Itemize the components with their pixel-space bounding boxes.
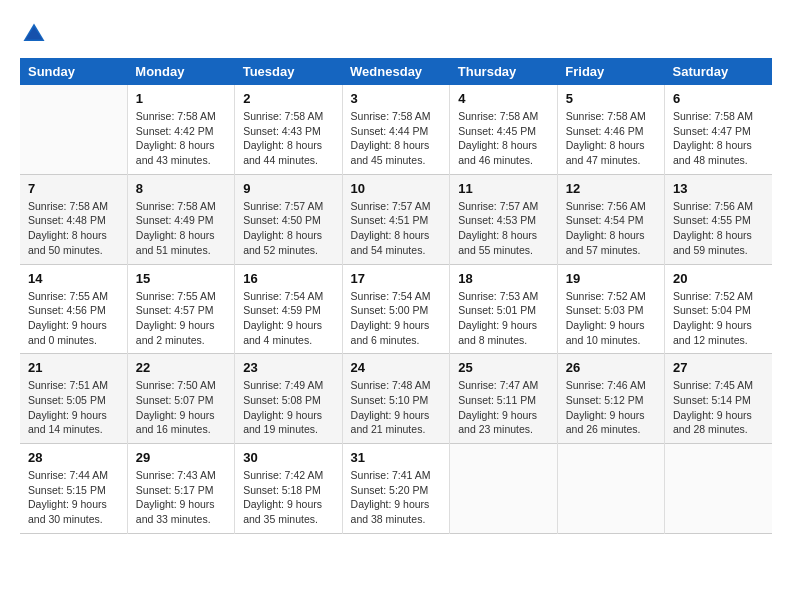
day-cell: 15Sunrise: 7:55 AM Sunset: 4:57 PM Dayli… bbox=[127, 264, 234, 354]
day-cell: 29Sunrise: 7:43 AM Sunset: 5:17 PM Dayli… bbox=[127, 444, 234, 534]
day-number: 2 bbox=[243, 91, 333, 106]
day-cell: 9Sunrise: 7:57 AM Sunset: 4:50 PM Daylig… bbox=[235, 174, 342, 264]
weekday-header-tuesday: Tuesday bbox=[235, 58, 342, 85]
day-info: Sunrise: 7:49 AM Sunset: 5:08 PM Dayligh… bbox=[243, 378, 333, 437]
weekday-header-thursday: Thursday bbox=[450, 58, 558, 85]
weekday-header-sunday: Sunday bbox=[20, 58, 127, 85]
day-cell: 11Sunrise: 7:57 AM Sunset: 4:53 PM Dayli… bbox=[450, 174, 558, 264]
day-info: Sunrise: 7:57 AM Sunset: 4:51 PM Dayligh… bbox=[351, 199, 442, 258]
day-number: 27 bbox=[673, 360, 764, 375]
day-cell: 4Sunrise: 7:58 AM Sunset: 4:45 PM Daylig… bbox=[450, 85, 558, 174]
day-number: 18 bbox=[458, 271, 549, 286]
day-info: Sunrise: 7:58 AM Sunset: 4:47 PM Dayligh… bbox=[673, 109, 764, 168]
day-number: 9 bbox=[243, 181, 333, 196]
day-number: 1 bbox=[136, 91, 226, 106]
day-info: Sunrise: 7:56 AM Sunset: 4:55 PM Dayligh… bbox=[673, 199, 764, 258]
day-info: Sunrise: 7:58 AM Sunset: 4:46 PM Dayligh… bbox=[566, 109, 656, 168]
day-cell bbox=[20, 85, 127, 174]
day-cell: 18Sunrise: 7:53 AM Sunset: 5:01 PM Dayli… bbox=[450, 264, 558, 354]
day-number: 30 bbox=[243, 450, 333, 465]
day-cell: 1Sunrise: 7:58 AM Sunset: 4:42 PM Daylig… bbox=[127, 85, 234, 174]
day-info: Sunrise: 7:54 AM Sunset: 4:59 PM Dayligh… bbox=[243, 289, 333, 348]
day-number: 17 bbox=[351, 271, 442, 286]
day-cell: 24Sunrise: 7:48 AM Sunset: 5:10 PM Dayli… bbox=[342, 354, 450, 444]
day-info: Sunrise: 7:58 AM Sunset: 4:42 PM Dayligh… bbox=[136, 109, 226, 168]
weekday-header-row: SundayMondayTuesdayWednesdayThursdayFrid… bbox=[20, 58, 772, 85]
day-number: 8 bbox=[136, 181, 226, 196]
day-info: Sunrise: 7:55 AM Sunset: 4:56 PM Dayligh… bbox=[28, 289, 119, 348]
logo bbox=[20, 20, 50, 48]
day-cell: 25Sunrise: 7:47 AM Sunset: 5:11 PM Dayli… bbox=[450, 354, 558, 444]
day-cell: 31Sunrise: 7:41 AM Sunset: 5:20 PM Dayli… bbox=[342, 444, 450, 534]
day-info: Sunrise: 7:43 AM Sunset: 5:17 PM Dayligh… bbox=[136, 468, 226, 527]
week-row-2: 7Sunrise: 7:58 AM Sunset: 4:48 PM Daylig… bbox=[20, 174, 772, 264]
day-cell: 22Sunrise: 7:50 AM Sunset: 5:07 PM Dayli… bbox=[127, 354, 234, 444]
day-number: 4 bbox=[458, 91, 549, 106]
day-info: Sunrise: 7:58 AM Sunset: 4:48 PM Dayligh… bbox=[28, 199, 119, 258]
day-number: 14 bbox=[28, 271, 119, 286]
day-number: 13 bbox=[673, 181, 764, 196]
day-number: 12 bbox=[566, 181, 656, 196]
day-number: 7 bbox=[28, 181, 119, 196]
day-info: Sunrise: 7:51 AM Sunset: 5:05 PM Dayligh… bbox=[28, 378, 119, 437]
day-number: 26 bbox=[566, 360, 656, 375]
day-info: Sunrise: 7:57 AM Sunset: 4:53 PM Dayligh… bbox=[458, 199, 549, 258]
logo-icon bbox=[20, 20, 48, 48]
day-info: Sunrise: 7:41 AM Sunset: 5:20 PM Dayligh… bbox=[351, 468, 442, 527]
week-row-5: 28Sunrise: 7:44 AM Sunset: 5:15 PM Dayli… bbox=[20, 444, 772, 534]
day-cell: 12Sunrise: 7:56 AM Sunset: 4:54 PM Dayli… bbox=[557, 174, 664, 264]
day-number: 21 bbox=[28, 360, 119, 375]
day-number: 22 bbox=[136, 360, 226, 375]
day-number: 16 bbox=[243, 271, 333, 286]
day-info: Sunrise: 7:52 AM Sunset: 5:03 PM Dayligh… bbox=[566, 289, 656, 348]
day-number: 29 bbox=[136, 450, 226, 465]
weekday-header-saturday: Saturday bbox=[665, 58, 772, 85]
day-number: 10 bbox=[351, 181, 442, 196]
weekday-header-monday: Monday bbox=[127, 58, 234, 85]
day-cell: 30Sunrise: 7:42 AM Sunset: 5:18 PM Dayli… bbox=[235, 444, 342, 534]
day-cell: 27Sunrise: 7:45 AM Sunset: 5:14 PM Dayli… bbox=[665, 354, 772, 444]
week-row-1: 1Sunrise: 7:58 AM Sunset: 4:42 PM Daylig… bbox=[20, 85, 772, 174]
day-number: 23 bbox=[243, 360, 333, 375]
day-cell: 10Sunrise: 7:57 AM Sunset: 4:51 PM Dayli… bbox=[342, 174, 450, 264]
day-cell: 16Sunrise: 7:54 AM Sunset: 4:59 PM Dayli… bbox=[235, 264, 342, 354]
day-cell: 3Sunrise: 7:58 AM Sunset: 4:44 PM Daylig… bbox=[342, 85, 450, 174]
day-info: Sunrise: 7:55 AM Sunset: 4:57 PM Dayligh… bbox=[136, 289, 226, 348]
day-number: 3 bbox=[351, 91, 442, 106]
day-cell: 8Sunrise: 7:58 AM Sunset: 4:49 PM Daylig… bbox=[127, 174, 234, 264]
day-cell: 28Sunrise: 7:44 AM Sunset: 5:15 PM Dayli… bbox=[20, 444, 127, 534]
day-cell: 26Sunrise: 7:46 AM Sunset: 5:12 PM Dayli… bbox=[557, 354, 664, 444]
day-cell bbox=[557, 444, 664, 534]
day-cell: 13Sunrise: 7:56 AM Sunset: 4:55 PM Dayli… bbox=[665, 174, 772, 264]
day-cell: 21Sunrise: 7:51 AM Sunset: 5:05 PM Dayli… bbox=[20, 354, 127, 444]
day-info: Sunrise: 7:58 AM Sunset: 4:43 PM Dayligh… bbox=[243, 109, 333, 168]
day-cell bbox=[665, 444, 772, 534]
day-info: Sunrise: 7:52 AM Sunset: 5:04 PM Dayligh… bbox=[673, 289, 764, 348]
day-info: Sunrise: 7:48 AM Sunset: 5:10 PM Dayligh… bbox=[351, 378, 442, 437]
day-info: Sunrise: 7:58 AM Sunset: 4:44 PM Dayligh… bbox=[351, 109, 442, 168]
day-cell: 14Sunrise: 7:55 AM Sunset: 4:56 PM Dayli… bbox=[20, 264, 127, 354]
day-cell: 2Sunrise: 7:58 AM Sunset: 4:43 PM Daylig… bbox=[235, 85, 342, 174]
page-header bbox=[20, 20, 772, 48]
day-cell: 23Sunrise: 7:49 AM Sunset: 5:08 PM Dayli… bbox=[235, 354, 342, 444]
day-number: 5 bbox=[566, 91, 656, 106]
day-number: 24 bbox=[351, 360, 442, 375]
day-number: 20 bbox=[673, 271, 764, 286]
day-cell: 19Sunrise: 7:52 AM Sunset: 5:03 PM Dayli… bbox=[557, 264, 664, 354]
day-cell: 20Sunrise: 7:52 AM Sunset: 5:04 PM Dayli… bbox=[665, 264, 772, 354]
day-number: 6 bbox=[673, 91, 764, 106]
day-cell: 17Sunrise: 7:54 AM Sunset: 5:00 PM Dayli… bbox=[342, 264, 450, 354]
day-cell: 5Sunrise: 7:58 AM Sunset: 4:46 PM Daylig… bbox=[557, 85, 664, 174]
day-info: Sunrise: 7:45 AM Sunset: 5:14 PM Dayligh… bbox=[673, 378, 764, 437]
day-info: Sunrise: 7:58 AM Sunset: 4:45 PM Dayligh… bbox=[458, 109, 549, 168]
day-cell bbox=[450, 444, 558, 534]
day-info: Sunrise: 7:58 AM Sunset: 4:49 PM Dayligh… bbox=[136, 199, 226, 258]
day-info: Sunrise: 7:50 AM Sunset: 5:07 PM Dayligh… bbox=[136, 378, 226, 437]
weekday-header-wednesday: Wednesday bbox=[342, 58, 450, 85]
week-row-4: 21Sunrise: 7:51 AM Sunset: 5:05 PM Dayli… bbox=[20, 354, 772, 444]
day-cell: 6Sunrise: 7:58 AM Sunset: 4:47 PM Daylig… bbox=[665, 85, 772, 174]
day-info: Sunrise: 7:57 AM Sunset: 4:50 PM Dayligh… bbox=[243, 199, 333, 258]
day-info: Sunrise: 7:46 AM Sunset: 5:12 PM Dayligh… bbox=[566, 378, 656, 437]
day-info: Sunrise: 7:53 AM Sunset: 5:01 PM Dayligh… bbox=[458, 289, 549, 348]
day-info: Sunrise: 7:42 AM Sunset: 5:18 PM Dayligh… bbox=[243, 468, 333, 527]
